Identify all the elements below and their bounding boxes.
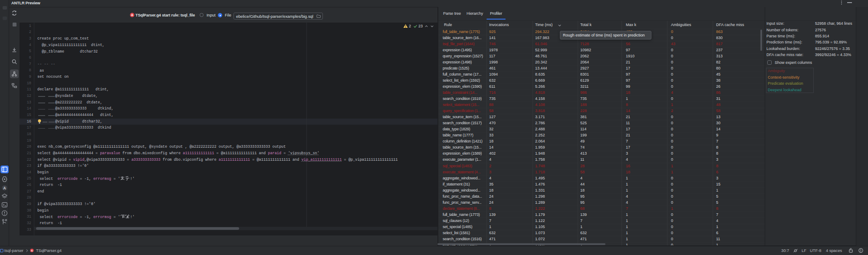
svg-text:A: A [3,186,6,190]
svg-text:A: A [31,249,33,252]
svg-text:A: A [131,13,133,17]
